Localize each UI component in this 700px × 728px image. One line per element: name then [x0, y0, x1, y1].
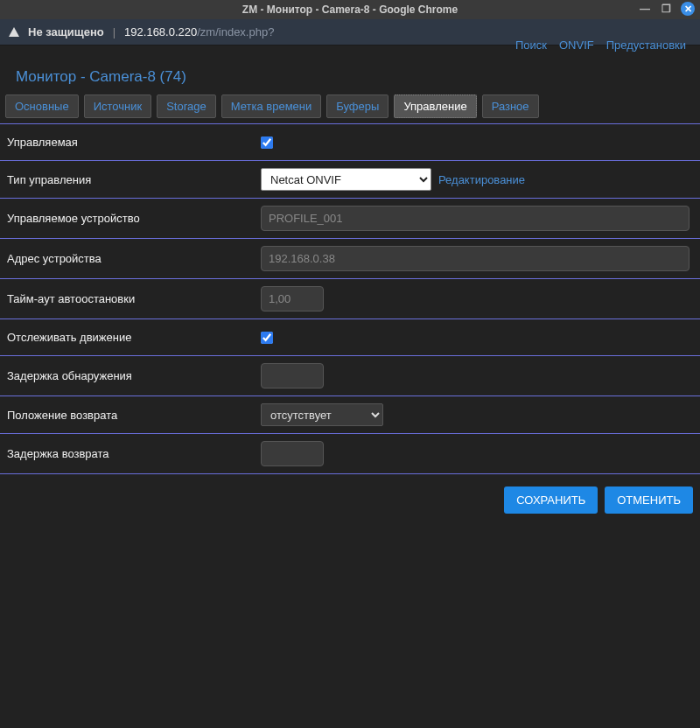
row-return-delay: Задержка возврата [0, 434, 700, 474]
label-detect-delay: Задержка обнаружения [7, 369, 261, 382]
url-path: /zm/index.php? [197, 25, 274, 38]
row-controllable: Управляемая [0, 124, 700, 161]
save-button[interactable]: СОХРАНИТЬ [504, 486, 598, 514]
tabs: Основные Источник Storage Метка времени … [0, 94, 700, 124]
url-display[interactable]: 192.168.0.220/zm/index.php? [124, 25, 274, 38]
row-track-motion: Отслеживать движение [0, 319, 700, 356]
page-title: Монитор - Camera-8 (74) [16, 68, 186, 86]
link-onvif[interactable]: ONVIF [559, 38, 594, 56]
select-return-location[interactable]: отсутствует [261, 403, 383, 426]
insecure-label: Не защищено [28, 25, 104, 38]
action-bar: СОХРАНИТЬ ОТМЕНИТЬ [0, 474, 700, 526]
tab-storage[interactable]: Storage [157, 94, 216, 118]
label-autostop: Тайм-аут автоостановки [7, 292, 261, 305]
tab-misc[interactable]: Разное [482, 94, 539, 118]
row-device-address: Адрес устройства [0, 239, 700, 279]
link-edit-control-type[interactable]: Редактирование [438, 173, 525, 186]
cancel-button[interactable]: ОТМЕНИТЬ [605, 486, 693, 514]
window-titlebar: ZM - Монитор - Camera-8 - Google Chrome … [0, 0, 700, 19]
input-autostop[interactable] [261, 286, 324, 312]
label-control-device: Управляемое устройство [7, 212, 261, 225]
link-search[interactable]: Поиск [515, 38, 547, 56]
link-presets[interactable]: Предустановки [606, 38, 686, 56]
input-detect-delay[interactable] [261, 363, 324, 388]
row-control-type: Тип управления Netcat ONVIF Редактирован… [0, 161, 700, 199]
tab-control[interactable]: Управление [394, 94, 476, 118]
top-links: Поиск ONVIF Предустановки [515, 38, 686, 56]
maximize-icon[interactable]: ❐ [660, 3, 672, 15]
checkbox-controllable[interactable] [261, 136, 273, 149]
input-return-delay[interactable] [261, 441, 324, 466]
row-detect-delay: Задержка обнаружения [0, 356, 700, 396]
close-icon[interactable]: ✕ [681, 2, 695, 16]
tab-buffers[interactable]: Буферы [326, 94, 388, 118]
label-track-motion: Отслеживать движение [7, 331, 261, 344]
row-autostop: Тайм-аут автоостановки [0, 279, 700, 319]
minimize-icon[interactable]: — [639, 3, 651, 15]
warning-icon [9, 27, 19, 37]
input-device-address[interactable] [261, 246, 690, 271]
url-host: 192.168.0.220 [124, 25, 197, 38]
label-control-type: Тип управления [7, 173, 261, 186]
label-controllable: Управляемая [7, 136, 261, 149]
tab-source[interactable]: Источник [84, 94, 152, 118]
select-control-type[interactable]: Netcat ONVIF [261, 168, 431, 191]
row-return-location: Положение возврата отсутствует [0, 396, 700, 434]
label-return-location: Положение возврата [7, 409, 261, 422]
window-title: ZM - Монитор - Camera-8 - Google Chrome [242, 4, 458, 16]
label-return-delay: Задержка возврата [7, 447, 261, 460]
row-control-device: Управляемое устройство [0, 199, 700, 239]
input-control-device[interactable] [261, 206, 690, 231]
checkbox-track-motion[interactable] [261, 332, 273, 344]
tab-timestamp[interactable]: Метка времени [221, 94, 322, 118]
divider: | [113, 25, 116, 38]
tab-main[interactable]: Основные [5, 94, 79, 118]
label-device-address: Адрес устройства [7, 252, 261, 265]
